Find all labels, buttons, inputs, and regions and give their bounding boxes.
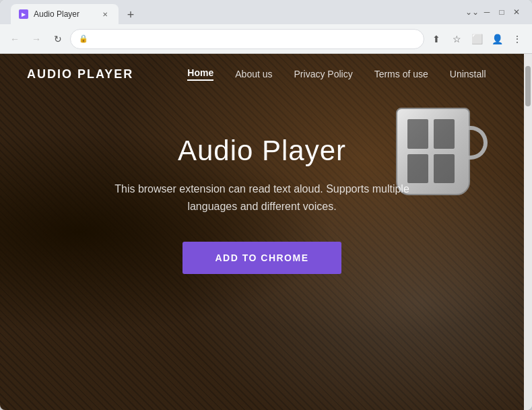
forward-button[interactable]: →	[27, 30, 46, 48]
menu-icon[interactable]: ⋮	[508, 30, 527, 48]
share-icon[interactable]: ⬆	[427, 30, 446, 48]
lock-icon: 🔒	[79, 34, 88, 43]
toolbar-icons: ⬆ ☆ ⬜ 👤 ⋮	[427, 30, 527, 48]
nav-link-about[interactable]: About us	[235, 69, 272, 79]
tab-close-button[interactable]: ✕	[100, 9, 110, 20]
hero-subtitle: This browser extension can read text alo…	[107, 180, 417, 215]
tab-title: Audio Player	[34, 9, 79, 19]
tab-bar: Audio Player ✕ +	[5, 0, 465, 24]
refresh-button[interactable]: ↻	[48, 30, 67, 48]
hero-title: Audio Player	[178, 135, 346, 167]
collapse-button[interactable]: ⌄⌄	[467, 7, 477, 17]
tab-favicon	[19, 9, 28, 19]
back-button[interactable]: ←	[5, 30, 24, 48]
maximize-button[interactable]: □	[497, 7, 506, 17]
close-button[interactable]: ✕	[512, 7, 521, 17]
window-controls: ⌄⌄ ─ □ ✕	[467, 7, 527, 17]
profile-icon[interactable]: 👤	[488, 30, 506, 48]
hero-content: Audio Player This browser extension can …	[0, 94, 524, 301]
address-bar-row: ← → ↻ 🔒 ⬆ ☆ ⬜ 👤 ⋮	[0, 24, 532, 54]
nav-link-home[interactable]: Home	[187, 67, 213, 81]
site-nav: Home About us Privacy Policy Terms of us…	[187, 67, 486, 81]
site-logo: AUDIO PLAYER	[27, 67, 133, 81]
add-to-chrome-button[interactable]: ADD TO CHROME	[182, 242, 341, 274]
nav-link-uninstall[interactable]: Uninstall	[450, 69, 486, 79]
browser-window: Audio Player ✕ + ⌄⌄ ─ □ ✕ ← → ↻ 🔒 ⬆ ☆ ⬜ …	[0, 0, 532, 410]
minimize-button[interactable]: ─	[482, 7, 492, 17]
nav-link-privacy[interactable]: Privacy Policy	[294, 69, 353, 79]
title-bar: Audio Player ✕ + ⌄⌄ ─ □ ✕	[0, 0, 532, 24]
scroll-area: AUDIO PLAYER Home About us Privacy Polic…	[0, 54, 532, 410]
scrollbar-thumb[interactable]	[525, 66, 531, 106]
address-bar[interactable]: 🔒	[70, 29, 424, 49]
scrollbar[interactable]	[524, 54, 532, 410]
site-navbar: AUDIO PLAYER Home About us Privacy Polic…	[0, 54, 524, 94]
tab-grid-icon[interactable]: ⬜	[467, 30, 486, 48]
new-tab-button[interactable]: +	[121, 5, 140, 24]
bookmark-icon[interactable]: ☆	[447, 30, 466, 48]
active-tab[interactable]: Audio Player ✕	[11, 4, 119, 24]
nav-link-terms[interactable]: Terms of use	[374, 69, 428, 79]
website-content: AUDIO PLAYER Home About us Privacy Polic…	[0, 54, 524, 410]
